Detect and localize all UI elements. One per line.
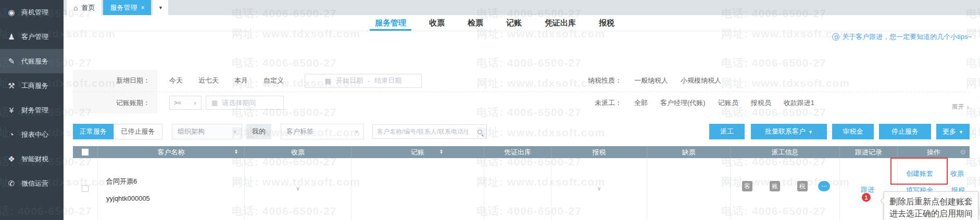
col-label: 记账 xyxy=(411,148,424,157)
badge-account: 账 xyxy=(770,181,780,191)
sidebar-item-finance-management[interactable]: ¥ 财务管理 xyxy=(0,98,64,122)
chevron-down-icon[interactable]: ∨ xyxy=(597,185,601,192)
tax-option-general[interactable]: 一般纳税人 xyxy=(634,76,668,85)
tab-list-dropdown[interactable]: ▼ xyxy=(153,0,168,15)
col-header-missing-invoice[interactable]: 缺票 xyxy=(647,146,731,158)
customer-search-box xyxy=(372,124,487,139)
audit-tax-button[interactable]: 审税金 xyxy=(832,124,874,139)
sidebar-item-business-opportunity[interactable]: ◉ 商机管理 xyxy=(0,0,64,24)
col-label: 缺票 xyxy=(682,148,696,157)
sidebar: ◉ 商机管理 ♟ 客户管理 ✎ 代账服务 ⚒ 工商服务 ¥ 财务管理 ◔ 报表中… xyxy=(0,0,64,220)
mine-button[interactable]: 我的 xyxy=(246,124,271,139)
date-option-last7days[interactable]: 近七天 xyxy=(198,76,219,85)
sidebar-item-report-center[interactable]: ◔ 报表中心 xyxy=(0,122,64,147)
col-label: 操作 xyxy=(927,148,940,157)
unassigned-option-payment-follow[interactable]: 收款跟进1 xyxy=(784,98,814,108)
close-icon[interactable]: × xyxy=(141,4,144,11)
nav-tab-check-invoice[interactable]: 检票 xyxy=(468,15,483,31)
row-checkbox[interactable] xyxy=(82,185,89,192)
unassigned-option-bookkeeper[interactable]: 记账员 xyxy=(718,98,738,108)
status-tab-normal-service[interactable]: 正常服务 xyxy=(73,124,114,139)
nav-tab-voucher-outbound[interactable]: 凭证出库 xyxy=(545,15,576,31)
tab-service-management[interactable]: 服务管理 × xyxy=(103,0,151,15)
receive-invoice-cell: ∨ xyxy=(245,158,351,220)
sort-arrows-icon[interactable]: ▲▼ xyxy=(439,149,443,154)
sidebar-item-label: 工商服务 xyxy=(21,81,48,90)
date-option-custom[interactable]: 自定义 xyxy=(263,76,284,85)
stop-service-label: 停止服务 xyxy=(891,127,919,135)
sidebar-item-customer-management[interactable]: ♟ 客户管理 xyxy=(0,24,64,49)
sidebar-item-wechat-operation[interactable]: ✆ 微信运营 xyxy=(0,171,64,196)
col-label: 派工信息 xyxy=(772,148,799,157)
nav-tab-bookkeeping[interactable]: 记账 xyxy=(506,15,522,31)
date-option-today[interactable]: 今天 xyxy=(169,76,183,85)
search-icon[interactable] xyxy=(473,125,486,138)
nav-tab-receive-invoice[interactable]: 收票 xyxy=(429,15,445,31)
tag-select-value: 客户标签 xyxy=(286,127,313,136)
caret-down-icon: ▼ xyxy=(959,130,963,135)
expand-filters-link[interactable]: 展开 ∨ xyxy=(951,102,970,111)
search-input[interactable] xyxy=(373,128,473,135)
badge-customer: 客 xyxy=(742,181,752,191)
stop-service-button[interactable]: 停止服务 xyxy=(879,124,931,139)
chevron-down-icon[interactable]: ∨ xyxy=(296,185,300,192)
col-header-tax-filing[interactable]: 报税 xyxy=(551,146,647,158)
batch-contact-button[interactable]: 批量联系客户▼ xyxy=(751,124,827,139)
dispatch-button[interactable]: 派工 xyxy=(709,124,745,139)
col-header-customer-name[interactable]: 客户名称 ▲▼ xyxy=(98,146,245,158)
select-all-checkbox[interactable] xyxy=(82,149,89,156)
tooltip-line1: 删除后重新点创建账套 xyxy=(889,196,973,208)
sort-arrows-icon[interactable]: ▲▼ xyxy=(234,149,238,154)
add-date-label: 新增日期： xyxy=(73,70,157,92)
col-header-voucher-outbound[interactable]: 凭证出库 xyxy=(484,146,551,158)
sidebar-item-agency-accounting[interactable]: ✎ 代账服务 xyxy=(0,49,64,73)
caret-down-icon: ▼ xyxy=(158,5,163,10)
unassigned-option-all[interactable]: 全部 xyxy=(634,98,648,108)
yuan-icon: ¥ xyxy=(7,106,16,114)
customer-follow-tips-link[interactable]: 关于客户跟进，您一定要知道的几个小tips~ xyxy=(832,32,972,42)
date-option-this-month[interactable]: 本月 xyxy=(234,76,248,85)
caret-down-icon: ▼ xyxy=(808,130,813,135)
col-header-receive-invoice[interactable]: 收票 xyxy=(245,146,351,158)
follow-count-badge: 1 xyxy=(862,193,871,202)
tooltip: 删除后重新点创建账套 进去选正确的启用期间 xyxy=(884,191,978,220)
col-header-dispatch-info[interactable]: 派工信息 xyxy=(731,146,840,158)
unassigned-label: 未派工： xyxy=(577,98,622,108)
tax-option-small-scale[interactable]: 小规模纳税人 xyxy=(681,76,721,85)
org-structure-select[interactable]: 组织架构 ∨ xyxy=(172,124,242,139)
customer-name[interactable]: 合同开票6 xyxy=(106,177,137,186)
sidebar-item-label: 客户管理 xyxy=(21,32,48,42)
col-header-bookkeeping[interactable]: 记账 ▲▼ xyxy=(351,146,484,158)
nav-tab-tax-filing[interactable]: 报税 xyxy=(599,15,614,31)
ellipsis-more-button[interactable]: ⋯ xyxy=(818,181,830,191)
nav-tab-service-management[interactable]: 服务管理 xyxy=(375,15,406,31)
tax-nature-label: 纳税性质： xyxy=(577,76,622,85)
unassigned-option-account-manager[interactable]: 客户经理(代账) xyxy=(660,98,706,108)
sidebar-item-industrial-commercial[interactable]: ⚒ 工商服务 xyxy=(0,73,64,98)
filter-panel: 新增日期： 今天 近七天 本月 自定义 ▦ 开始日期 - 结束日期 纳税性质： … xyxy=(73,70,970,113)
expand-label: 展开 xyxy=(951,102,964,111)
create-account-set-link[interactable]: 创建账套 xyxy=(906,169,933,178)
filter-row-add-date: 新增日期： 今天 近七天 本月 自定义 ▦ 开始日期 - 结束日期 纳税性质： … xyxy=(73,70,970,92)
col-label: 凭证出库 xyxy=(504,148,531,157)
col-header-follow-record[interactable]: 跟进记录 xyxy=(840,146,898,158)
customer-tag-select[interactable]: 客户标签 ∨ xyxy=(281,124,364,139)
period-picker[interactable]: ▦ 请选择期间 xyxy=(206,96,284,110)
gear-icon[interactable]: ⚙ xyxy=(960,148,966,156)
date-range-picker[interactable]: ▦ 开始日期 - 结束日期 xyxy=(305,74,422,88)
bookkeeping-cell xyxy=(351,158,484,220)
sidebar-item-label: 代账服务 xyxy=(21,57,48,66)
tips-label: 关于客户跟进，您一定要知道的几个小tips~ xyxy=(842,32,972,42)
sidebar-item-smart-tax[interactable]: ❖ 智能财税 xyxy=(0,147,64,171)
select-caret-icon: ∨ xyxy=(233,129,236,134)
period-label: 记账账期： xyxy=(73,92,157,113)
col-header-operations[interactable]: 操作 ⚙ xyxy=(898,146,970,158)
unassigned-option-tax-clerk[interactable]: 报税员 xyxy=(751,98,771,108)
receive-invoice-link[interactable]: 收票 xyxy=(950,169,964,178)
tab-home[interactable]: ⌂ 首页 xyxy=(67,0,102,15)
period-operator-select[interactable]: >= ∨ xyxy=(169,96,202,110)
chevron-down-icon: ∨ xyxy=(966,105,970,110)
more-button[interactable]: 更多▼ xyxy=(936,124,970,139)
sidebar-item-label: 商机管理 xyxy=(21,8,48,17)
status-tab-stopped-service[interactable]: 已停止服务 xyxy=(114,124,162,139)
